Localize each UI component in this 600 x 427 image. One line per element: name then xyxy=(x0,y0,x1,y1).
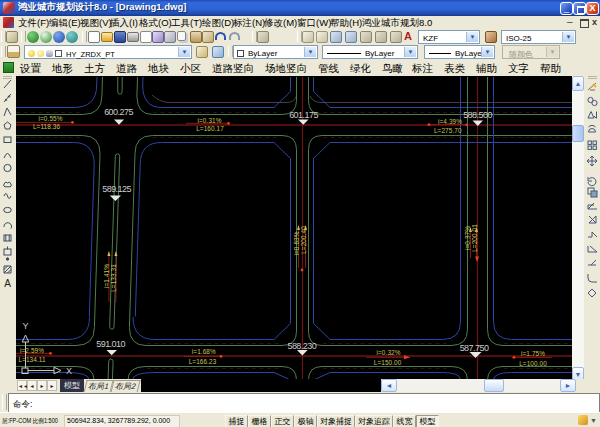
svg-text:i=1.75%: i=1.75% xyxy=(521,350,545,357)
svg-text:587.750: 587.750 xyxy=(460,343,489,353)
svg-text:i=0.31%: i=0.31% xyxy=(198,117,222,124)
svg-text:X: X xyxy=(66,366,72,376)
svg-text:588.500: 588.500 xyxy=(463,110,492,120)
svg-text:L=200.01: L=200.01 xyxy=(471,224,478,252)
svg-text:L=275.70: L=275.70 xyxy=(434,127,462,134)
svg-text:L=200.40: L=200.40 xyxy=(300,226,307,254)
svg-text:i=0.32%: i=0.32% xyxy=(377,349,401,356)
svg-text:L=150.00: L=150.00 xyxy=(374,359,402,366)
svg-text:588.230: 588.230 xyxy=(287,341,316,351)
svg-text:600.275: 600.275 xyxy=(104,107,133,117)
svg-text:i=0.55%: i=0.55% xyxy=(39,115,63,122)
svg-text:L=166.23: L=166.23 xyxy=(189,358,217,365)
svg-text:L=160.17: L=160.17 xyxy=(196,125,224,132)
svg-text:i=2.59%: i=2.59% xyxy=(20,347,44,354)
svg-text:L=133.31: L=133.31 xyxy=(110,264,117,292)
svg-text:L=134.11: L=134.11 xyxy=(18,356,46,363)
svg-text:A: A xyxy=(4,278,11,289)
svg-text:601.175: 601.175 xyxy=(289,110,318,120)
svg-text:i=4.39%: i=4.39% xyxy=(438,118,462,125)
svg-text:589.125: 589.125 xyxy=(102,184,131,194)
svg-text:L=100.00: L=100.00 xyxy=(519,360,547,367)
svg-text:i=1.68%: i=1.68% xyxy=(192,348,216,355)
svg-text:L=118.36: L=118.36 xyxy=(33,123,61,130)
svg-text:Y: Y xyxy=(22,321,28,331)
svg-text:591.010: 591.010 xyxy=(96,339,125,349)
